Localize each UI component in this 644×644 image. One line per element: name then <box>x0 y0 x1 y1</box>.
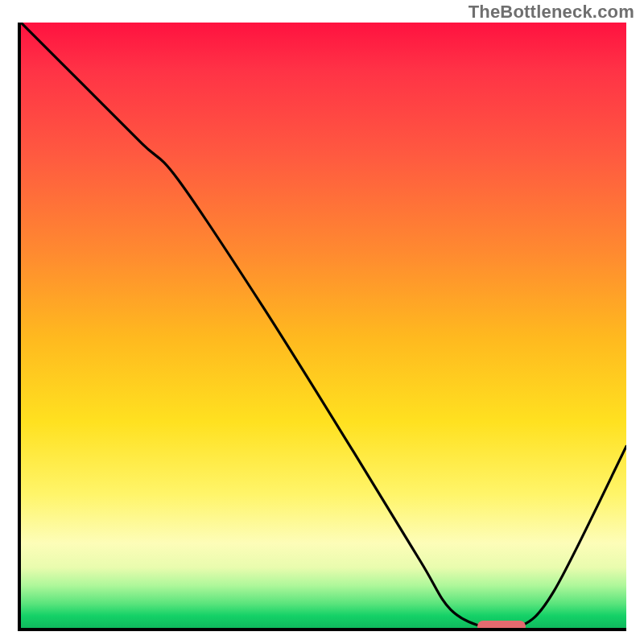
watermark-label: TheBottleneck.com <box>469 2 634 23</box>
optimal-marker <box>477 621 526 631</box>
curve-svg <box>21 23 626 628</box>
bottleneck-curve <box>21 23 626 628</box>
plot-area <box>18 23 626 631</box>
